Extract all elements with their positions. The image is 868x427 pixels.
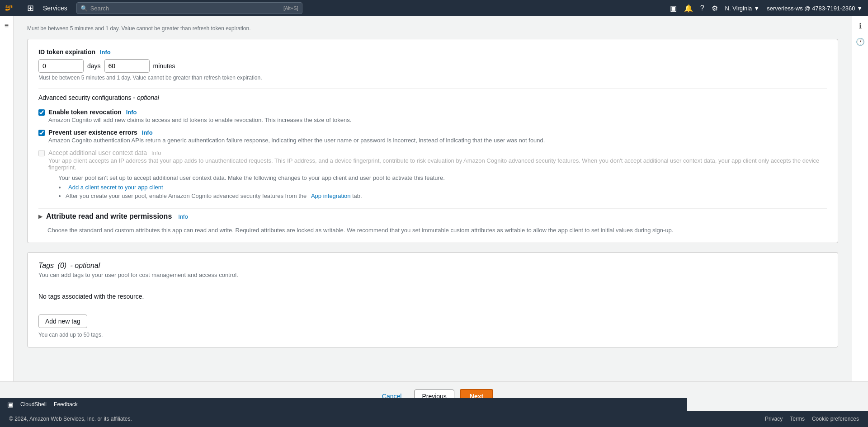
search-icon: 🔍 (80, 5, 88, 12)
id-token-info-link[interactable]: Info (100, 49, 111, 56)
right-sidebar: ℹ 🕐 (852, 16, 868, 427)
tags-title: Tags (0) - optional (38, 262, 827, 270)
attribute-permissions-title: Attribute read and write permissions (46, 212, 172, 221)
prevent-user-existence-info-link[interactable]: Info (142, 129, 153, 136)
prevent-user-existence-content: Prevent user existence errors Info Amazo… (48, 129, 545, 144)
id-token-label: ID token expiration Info (38, 48, 827, 56)
prevent-user-existence-label[interactable]: Prevent user existence errors Info (48, 129, 153, 136)
enable-token-revocation-content: Enable token revocation Info Amazon Cogn… (48, 108, 351, 123)
help-icon[interactable]: ? (700, 4, 704, 12)
token-config-card: ID token expiration Info days minutes Mu… (27, 39, 838, 243)
main-wrapper: ≡ Must be between 5 minutes and 1 day. V… (0, 16, 868, 427)
context-data-info-link: Info (151, 150, 161, 156)
prevent-user-existence-row: Prevent user existence errors Info Amazo… (38, 129, 827, 144)
accept-context-data-checkbox[interactable] (38, 150, 45, 156)
aws-logo[interactable]: aws (5, 4, 20, 13)
top-navigation: aws ⊞ Services 🔍 [Alt+S] ▣ 🔔 ? ⚙ N. Virg… (0, 0, 868, 16)
id-token-minutes-input[interactable] (104, 59, 150, 73)
cloudshell-icon[interactable]: ▣ (7, 401, 13, 408)
attribute-permissions-info-link[interactable]: Info (178, 213, 188, 220)
enable-token-revocation-desc: Amazon Cognito will add new claims to ac… (48, 117, 351, 123)
search-shortcut: [Alt+S] (283, 5, 298, 11)
advanced-security-title: Advanced security configurations - optio… (38, 94, 827, 101)
feedback-label[interactable]: Feedback (54, 401, 78, 408)
services-button[interactable]: Services (39, 3, 71, 14)
app-integration-link[interactable]: App integration (311, 192, 350, 199)
accept-context-data-row: Accept additional user context data Info… (38, 149, 827, 203)
context-data-bullet2: After you create your user pool, enable … (66, 192, 827, 199)
search-input[interactable] (90, 5, 283, 12)
enable-token-revocation-label[interactable]: Enable token revocation Info (48, 108, 137, 116)
region-arrow: ▼ (754, 5, 760, 12)
prevent-user-existence-checkbox[interactable] (38, 130, 45, 136)
expand-icon: ▶ (38, 213, 42, 220)
tags-card: Tags (0) - optional You can add tags to … (27, 252, 838, 347)
id-token-form-row: days minutes (38, 59, 827, 73)
sidebar-toggle-icon: ≡ (5, 22, 9, 30)
settings-icon[interactable]: ⚙ (712, 4, 718, 13)
add-tag-button[interactable]: Add new tag (38, 314, 87, 328)
id-token-days-unit: days (87, 62, 101, 70)
region-label: N. Virginia (725, 5, 752, 12)
accept-context-data-desc: Your app client accepts an IP address th… (48, 157, 827, 171)
region-selector[interactable]: N. Virginia ▼ (725, 5, 760, 12)
id-token-minutes-unit: minutes (153, 62, 175, 70)
sidebar-clock-icon[interactable]: 🕐 (856, 38, 865, 46)
bell-icon[interactable]: 🔔 (684, 4, 693, 13)
context-data-bullet1: Add a client secret to your app client (66, 184, 827, 191)
client-secret-link[interactable]: Add a client secret to your app client (68, 184, 163, 191)
footer: © 2024, Amazon Web Services, Inc. or its… (0, 411, 868, 427)
nav-icons: ▣ 🔔 ? ⚙ N. Virginia ▼ serverless-ws @ 47… (670, 4, 863, 13)
privacy-link[interactable]: Privacy (765, 416, 783, 422)
sidebar-info-icon[interactable]: ℹ (859, 22, 862, 30)
id-token-days-input[interactable] (38, 59, 84, 73)
attribute-permissions-desc: Choose the standard and custom attribute… (47, 227, 827, 234)
enable-token-revocation-row: Enable token revocation Info Amazon Cogn… (38, 108, 827, 123)
sidebar-toggle[interactable]: ≡ (0, 16, 14, 427)
id-token-hint: Must be between 5 minutes and 1 day. Val… (38, 75, 827, 81)
enable-token-revocation-checkbox[interactable] (38, 109, 45, 116)
prevent-user-existence-desc: Amazon Cognito authentication APIs retur… (48, 137, 545, 144)
content-area: Must be between 5 minutes and 1 day. Val… (14, 16, 852, 427)
tags-subtitle: You can add tags to your user pool for c… (38, 272, 827, 278)
svg-text:aws: aws (5, 4, 13, 9)
search-container: 🔍 [Alt+S] (76, 2, 302, 14)
accept-context-data-label: Accept additional user context data Info (48, 149, 161, 156)
bottom-bar: ▣ CloudShell Feedback (0, 398, 687, 411)
tags-limit-text: You can add up to 50 tags. (38, 332, 827, 338)
top-hint-text: Must be between 5 minutes and 1 day. Val… (27, 25, 838, 32)
cloudshell-label[interactable]: CloudShell (20, 401, 47, 408)
footer-copyright: © 2024, Amazon Web Services, Inc. or its… (9, 416, 758, 422)
no-tags-text: No tags associated with the resource. (38, 286, 827, 307)
cloudshell-nav-icon[interactable]: ▣ (670, 4, 677, 13)
grid-icon[interactable]: ⊞ (27, 3, 34, 13)
terms-link[interactable]: Terms (790, 416, 805, 422)
context-data-warning: Your user pool isn't set up to accept ad… (58, 174, 827, 199)
account-menu[interactable]: serverless-ws @ 4783-7191-2360 ▼ (767, 5, 863, 12)
attribute-permissions-header[interactable]: ▶ Attribute read and write permissions I… (38, 208, 827, 224)
cookie-preferences-link[interactable]: Cookie preferences (812, 416, 859, 422)
accept-context-data-content: Accept additional user context data Info… (48, 149, 827, 203)
token-revocation-info-link[interactable]: Info (126, 109, 137, 116)
